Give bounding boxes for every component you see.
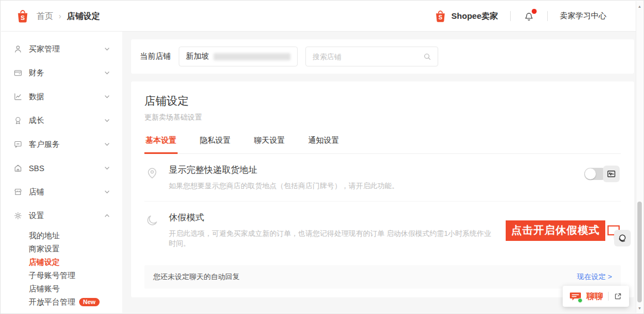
svg-text:S: S bbox=[20, 14, 25, 21]
sidebar-item-growth[interactable]: 成长 bbox=[1, 109, 122, 132]
shop-select-dropdown[interactable]: 新加坡 bbox=[179, 47, 298, 66]
sidebar-item-label: 成长 bbox=[29, 116, 104, 126]
shop-search-box bbox=[305, 47, 438, 66]
auto-reply-notice: 您还未设定聊天的自动回复 现在设定 > bbox=[144, 265, 621, 289]
chevron-down-icon bbox=[104, 46, 110, 52]
sidebar-item-finance[interactable]: 财务 bbox=[1, 61, 122, 85]
tab-privacy-settings[interactable]: 隐私设置 bbox=[199, 133, 232, 154]
submenu-open-platform-management[interactable]: 开放平台管理 New bbox=[1, 295, 122, 308]
finance-icon bbox=[13, 68, 23, 78]
shop-settings-card: 店铺设定 更新卖场基础设置 基本设置 隐私设置 聊天设置 通知设置 显示完整快递… bbox=[131, 81, 634, 297]
setting-row-vacation-mode: 休假模式 开启此选项，可避免买家成立新的订单，也请您记得处理现有的订单 启动休假… bbox=[144, 202, 621, 259]
click-cursor-icon bbox=[614, 230, 631, 246]
submenu-label: 开放平台管理 bbox=[29, 295, 75, 308]
setting-description: 如果您想要显示您商店的取货地点（包括商店门牌号），请开启此功能。 bbox=[169, 181, 575, 191]
breadcrumb-home[interactable]: 首页 bbox=[37, 11, 53, 22]
settings-submenu: 我的地址 商家设置 店铺设定 子母账号管理 店铺账号 开放平台管理 New bbox=[1, 228, 122, 308]
chevron-down-icon bbox=[104, 165, 110, 171]
sidebar-item-label: 数据 bbox=[29, 92, 104, 102]
notification-bell-icon[interactable] bbox=[523, 10, 535, 22]
search-icon[interactable] bbox=[423, 52, 432, 61]
chevron-down-icon bbox=[104, 70, 110, 76]
chevron-down-icon bbox=[104, 94, 110, 100]
growth-icon bbox=[13, 116, 23, 125]
sidebar-item-buyer-management[interactable]: 买家管理 bbox=[1, 37, 122, 61]
vertical-scrollbar[interactable]: ▲ ▼ bbox=[636, 1, 643, 313]
chevron-down-icon bbox=[104, 189, 110, 195]
tab-chat-settings[interactable]: 聊天设置 bbox=[253, 133, 286, 154]
shop-selector-card: 当前店铺 新加坡 bbox=[131, 39, 634, 74]
setting-controls bbox=[584, 166, 620, 182]
breadcrumb-current: 店铺设定 bbox=[67, 11, 100, 22]
top-header: S 首页 › 店铺设定 S Shopee卖家 bbox=[1, 1, 643, 32]
notice-text: 您还未设定聊天的自动回复 bbox=[153, 272, 577, 282]
tab-notification-settings[interactable]: 通知设置 bbox=[307, 133, 340, 154]
header-divider bbox=[547, 11, 548, 21]
setting-row-pickup-address: 显示完整快递取货地址 如果您想要显示您商店的取货地点（包括商店门牌号），请开启此… bbox=[144, 154, 621, 202]
shopee-logo-icon: S bbox=[434, 9, 447, 23]
breadcrumb: 首页 › 店铺设定 bbox=[37, 11, 100, 22]
sidebar-item-customer-service[interactable]: 客户服务 bbox=[1, 132, 122, 156]
page-title: 店铺设定 bbox=[144, 94, 621, 109]
settings-icon bbox=[13, 211, 23, 220]
chevron-down-icon bbox=[104, 117, 110, 123]
setting-title: 显示完整快递取货地址 bbox=[169, 164, 575, 176]
seller-learning-center-link[interactable]: 卖家学习中心 bbox=[560, 11, 606, 21]
online-status-dot bbox=[578, 298, 583, 303]
shopee-logo-icon[interactable]: S bbox=[15, 9, 30, 23]
popout-icon[interactable] bbox=[614, 292, 622, 301]
setting-text: 显示完整快递取货地址 如果您想要显示您商店的取货地点（包括商店门牌号），请开启此… bbox=[169, 164, 575, 191]
sidebar-item-label: 财务 bbox=[29, 68, 104, 78]
sidebar-item-label: 设置 bbox=[29, 211, 104, 221]
sidebar-item-label: 店铺 bbox=[29, 187, 104, 197]
seller-brand-label: Shopee卖家 bbox=[451, 11, 498, 22]
current-shop-label: 当前店铺 bbox=[140, 52, 171, 61]
chevron-up-icon bbox=[104, 213, 110, 219]
chevron-down-icon bbox=[104, 141, 110, 147]
sidebar-item-settings[interactable]: 设置 bbox=[1, 204, 122, 228]
submenu-shop-settings[interactable]: 店铺设定 bbox=[1, 255, 122, 269]
sidebar-item-sbs[interactable]: SBS bbox=[1, 156, 122, 180]
header-divider bbox=[510, 11, 511, 21]
shop-region-text: 新加坡 bbox=[186, 52, 209, 61]
vacation-mode-annotation: 点击开启休假模式 bbox=[506, 220, 605, 241]
app-window: S 首页 › 店铺设定 S Shopee卖家 bbox=[0, 0, 644, 314]
chat-label: 聊聊 bbox=[586, 291, 603, 302]
setting-controls: 点击开启休假模式 bbox=[506, 212, 620, 249]
moon-icon bbox=[146, 214, 160, 249]
activity-monitor-icon[interactable] bbox=[603, 166, 620, 182]
settings-tabs: 基本设置 隐私设置 聊天设置 通知设置 bbox=[144, 133, 621, 154]
page-subtitle: 更新卖场基础设置 bbox=[144, 112, 621, 122]
shop-search-input[interactable] bbox=[313, 53, 423, 61]
tab-basic-settings[interactable]: 基本设置 bbox=[144, 133, 178, 154]
chat-widget-button[interactable]: 聊聊 bbox=[563, 286, 629, 307]
setting-text: 休假模式 开启此选项，可避免买家成立新的订单，也请您记得处理现有的订单 启动休假… bbox=[169, 212, 497, 249]
shopee-seller-brand[interactable]: S Shopee卖家 bbox=[434, 9, 498, 23]
users-icon bbox=[13, 44, 23, 54]
toggle-knob bbox=[585, 168, 596, 179]
shop-icon bbox=[13, 187, 23, 197]
chat-widget-divider bbox=[608, 292, 609, 301]
shop-name-redacted bbox=[214, 53, 290, 60]
sidebar-item-shop[interactable]: 店铺 bbox=[1, 180, 122, 204]
submenu-shop-account[interactable]: 店铺账号 bbox=[1, 282, 122, 295]
sbs-icon bbox=[13, 163, 23, 173]
notification-dot bbox=[532, 9, 537, 14]
submenu-sub-account-management[interactable]: 子母账号管理 bbox=[1, 269, 122, 282]
data-icon bbox=[13, 92, 23, 101]
setting-description: 开启此选项，可避免买家成立新的订单，也请您记得处理现有的订单 启动休假模式约需1… bbox=[169, 229, 497, 249]
submenu-merchant-settings[interactable]: 商家设置 bbox=[1, 242, 122, 255]
scrollbar-thumb[interactable] bbox=[637, 202, 642, 302]
submenu-my-address[interactable]: 我的地址 bbox=[1, 229, 122, 242]
sidebar-item-label: 客户服务 bbox=[29, 140, 104, 150]
sidebar-item-label: SBS bbox=[29, 164, 104, 173]
location-pin-icon bbox=[146, 166, 160, 191]
scroll-up-arrow[interactable]: ▲ bbox=[636, 2, 643, 10]
set-now-link[interactable]: 现在设定 > bbox=[577, 272, 612, 282]
header-right: S Shopee卖家 卖家学习中心 bbox=[434, 9, 606, 23]
svg-text:S: S bbox=[438, 14, 442, 20]
sidebar-item-data[interactable]: 数据 bbox=[1, 85, 122, 109]
sidebar-item-label: 买家管理 bbox=[29, 44, 104, 54]
setting-title: 休假模式 bbox=[169, 212, 497, 224]
scroll-down-arrow[interactable]: ▼ bbox=[636, 304, 643, 312]
